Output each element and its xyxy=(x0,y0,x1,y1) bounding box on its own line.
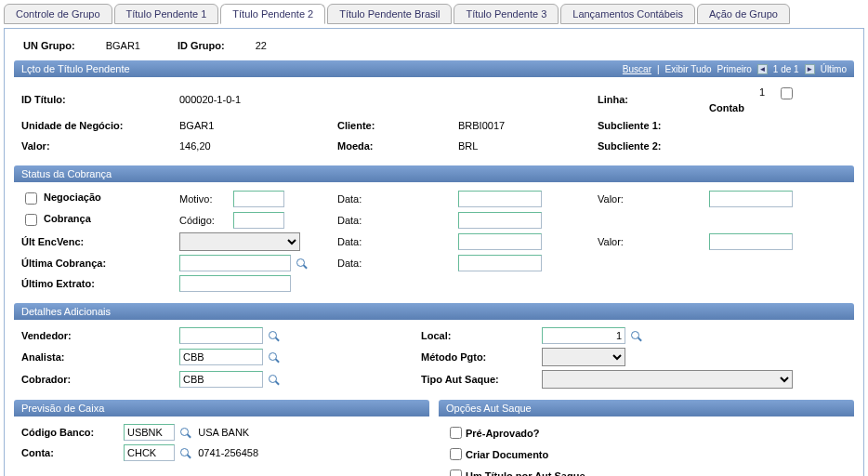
ult-enc-select[interactable] xyxy=(179,232,300,251)
lookup-icon[interactable] xyxy=(268,330,281,343)
valor-input-2[interactable] xyxy=(709,233,793,250)
pre-aprovado-checkbox[interactable] xyxy=(450,427,462,439)
cobranca-checkbox[interactable] xyxy=(25,214,37,226)
codigo-banco-input[interactable] xyxy=(124,424,175,441)
analista-label: Analista: xyxy=(21,351,179,363)
ult-cobr-input[interactable] xyxy=(179,255,291,271)
conta-label: Conta: xyxy=(21,447,124,458)
data-input-4[interactable] xyxy=(458,255,542,271)
ult-enc-label: Últ EncVenc: xyxy=(21,236,179,247)
opcoes-body: Pré-Aprovado? Criar Documento Um Título … xyxy=(439,416,854,476)
metodo-label: Método Pgto: xyxy=(421,351,542,363)
un-grupo-label: UN Grupo: xyxy=(23,40,75,51)
detalhes-section-bar: Detalhes Adicionais xyxy=(14,303,854,320)
lcto-title: Lçto de Título Pendente xyxy=(21,63,130,74)
status-title: Status da Cobrança xyxy=(21,168,112,179)
data-label-4: Data: xyxy=(337,258,458,269)
tipo-aut-select[interactable] xyxy=(542,370,793,389)
id-titulo-label: ID Título: xyxy=(21,94,179,105)
criar-documento-checkbox[interactable] xyxy=(450,448,462,460)
lcto-section-bar: Lçto de Título Pendente Buscar | Exibir … xyxy=(14,60,854,77)
linha-value: 1 xyxy=(709,86,765,98)
opcoes-section-bar: Opções Aut Saque xyxy=(439,400,854,416)
ult-extr-label: Último Extrato: xyxy=(21,278,179,289)
analista-input[interactable] xyxy=(179,349,263,365)
id-grupo-label: ID Grupo: xyxy=(178,40,225,51)
local-input[interactable] xyxy=(542,327,625,344)
motivo-label: Motivo: xyxy=(179,193,230,205)
previsao-title: Previsão de Caixa xyxy=(21,403,104,414)
cobrador-label: Cobrador: xyxy=(21,374,179,385)
sub2-label: Subcliente 2: xyxy=(598,140,709,152)
um-titulo-label: Um Título por Aut Saque xyxy=(466,470,585,477)
nav-exibir-tudo[interactable]: Exibir Tudo xyxy=(665,64,712,74)
contab-label: Contab xyxy=(709,102,744,113)
tab-titulo-pendente-1[interactable]: Título Pendente 1 xyxy=(114,4,219,24)
valor-value: 146,20 xyxy=(179,140,337,152)
tab-acao-grupo[interactable]: Ação de Grupo xyxy=(697,4,790,24)
nav-next-icon[interactable]: ► xyxy=(805,64,815,74)
moeda-value: BRL xyxy=(458,140,598,152)
previsao-section-bar: Previsão de Caixa xyxy=(14,400,429,416)
data-input-1[interactable] xyxy=(458,191,542,207)
lookup-icon[interactable] xyxy=(179,427,192,440)
tab-controle-grupo[interactable]: Controle de Grupo xyxy=(4,4,112,24)
lookup-icon[interactable] xyxy=(268,351,281,364)
contab-checkbox[interactable] xyxy=(781,87,793,99)
cobrador-input[interactable] xyxy=(179,371,263,388)
nav-buscar[interactable]: Buscar xyxy=(623,64,651,74)
motivo-input[interactable] xyxy=(233,191,284,207)
vendedor-input[interactable] xyxy=(179,327,263,344)
data-input-3[interactable] xyxy=(458,233,542,250)
lookup-icon[interactable] xyxy=(179,447,192,460)
un-value: BGAR1 xyxy=(179,120,337,131)
lookup-icon[interactable] xyxy=(296,258,309,271)
valor-label-1: Valor: xyxy=(598,193,709,205)
sub1-label: Subcliente 1: xyxy=(598,120,709,131)
tab-titulo-pendente-2[interactable]: Título Pendente 2 xyxy=(220,4,325,24)
linha-label: Linha: xyxy=(598,94,709,105)
data-input-2[interactable] xyxy=(458,212,542,229)
criar-documento-label: Criar Documento xyxy=(466,449,548,460)
conta-desc: 0741-256458 xyxy=(198,447,258,458)
id-titulo-value: 000020-1-0-1 xyxy=(179,94,337,105)
negociacao-checkbox[interactable] xyxy=(25,192,37,205)
ult-cobr-label: Última Cobrança: xyxy=(21,258,179,269)
ult-extr-input[interactable] xyxy=(179,275,291,292)
nav-counter: 1 de 1 xyxy=(773,64,799,74)
previsao-body: Código Banco: USA BANK Conta: 0741-25645… xyxy=(14,416,429,472)
record-nav: Buscar | Exibir Tudo Primeiro ◄ 1 de 1 ►… xyxy=(623,64,847,74)
vendedor-label: Vendedor: xyxy=(21,330,179,341)
cobranca-label: Cobrança xyxy=(44,213,91,224)
codigo-label: Código: xyxy=(179,215,230,226)
lookup-icon[interactable] xyxy=(630,330,643,343)
um-titulo-checkbox[interactable] xyxy=(450,469,462,476)
detalhes-title: Detalhes Adicionais xyxy=(21,306,111,317)
metodo-select[interactable] xyxy=(542,348,625,366)
moeda-label: Moeda: xyxy=(337,140,458,152)
data-label-1: Data: xyxy=(337,193,458,205)
negociacao-label: Negociação xyxy=(44,192,101,203)
pre-aprovado-label: Pré-Aprovado? xyxy=(466,428,539,439)
tab-lancamentos-contabeis[interactable]: Lançamentos Contábeis xyxy=(560,4,695,24)
opcoes-title: Opções Aut Saque xyxy=(446,403,532,414)
lcto-body: ID Título: 000020-1-0-1 Linha: 1 Contab … xyxy=(14,77,854,165)
un-label: Unidade de Negócio: xyxy=(21,120,179,131)
valor-label: Valor: xyxy=(21,140,179,152)
local-label: Local: xyxy=(421,330,542,341)
tab-titulo-pendente-brasil[interactable]: Título Pendente Brasil xyxy=(327,4,452,24)
data-label-2: Data: xyxy=(337,215,458,226)
detalhes-body: Vendedor: Local: Analista: Método Pgto: xyxy=(14,320,854,400)
codigo-input[interactable] xyxy=(233,212,284,229)
tipo-aut-label: Tipo Aut Saque: xyxy=(421,374,542,385)
status-body: Negociação Motivo: Data: Valor: Cobrança… xyxy=(14,182,854,303)
nav-ultimo: Último xyxy=(821,64,847,74)
conta-input[interactable] xyxy=(124,444,175,461)
data-label-3: Data: xyxy=(337,236,458,247)
cliente-value: BRBI0017 xyxy=(458,120,598,131)
tab-titulo-pendente-3[interactable]: Título Pendente 3 xyxy=(454,4,559,24)
nav-prev-icon[interactable]: ◄ xyxy=(757,64,768,74)
cliente-label: Cliente: xyxy=(337,120,458,131)
lookup-icon[interactable] xyxy=(268,374,281,387)
valor-input-1[interactable] xyxy=(709,191,793,207)
